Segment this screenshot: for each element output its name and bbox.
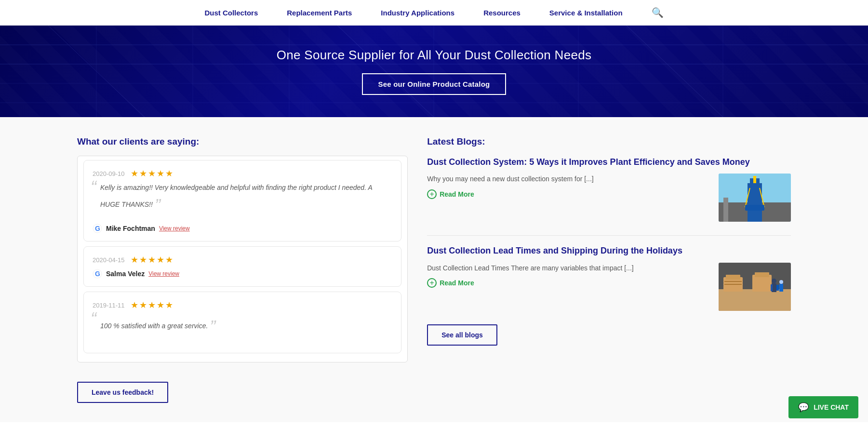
svg-rect-30 — [724, 281, 742, 282]
review-1-date: 2020-09-10 — [93, 170, 125, 177]
svg-rect-29 — [726, 275, 740, 280]
nav-service-installation[interactable]: Service & Installation — [549, 9, 623, 17]
svg-rect-25 — [745, 205, 764, 211]
blog-2-read-more-label: Read More — [440, 279, 474, 287]
blog-1-excerpt: Why you may need a new dust collection s… — [427, 174, 711, 184]
plus-icon-1: + — [427, 189, 437, 199]
main-nav: Dust Collectors Replacement Parts Indust… — [0, 0, 868, 26]
svg-rect-31 — [724, 284, 742, 285]
google-icon-2: G — [93, 269, 102, 279]
live-chat-widget[interactable]: 💬 LIVE CHAT — [788, 396, 858, 418]
blog-item-1: Dust Collection System: 5 Ways it Improv… — [427, 157, 791, 222]
review-card-3: 2019-11-11 ★★★★★ 100 % satisfied with a … — [83, 292, 401, 353]
plus-icon-2: + — [427, 278, 437, 288]
svg-rect-22 — [753, 176, 756, 183]
reviews-container[interactable]: 2020-09-10 ★★★★★ Kelly is amazing!! Very… — [77, 156, 408, 362]
svg-point-37 — [779, 280, 783, 284]
google-icon-1: G — [93, 224, 102, 233]
reviews-section: What our clients are saying: 2020-09-10 … — [77, 136, 408, 403]
review-1-stars: ★★★★★ — [131, 168, 173, 179]
nav-replacement-parts[interactable]: Replacement Parts — [287, 9, 352, 17]
main-content: What our clients are saying: 2020-09-10 … — [0, 117, 868, 422]
chat-bubble-icon: 💬 — [798, 402, 809, 413]
blog-1-image — [719, 174, 791, 222]
review-2-reviewer: Salma Velez — [106, 270, 145, 278]
review-2-date: 2020-04-15 — [93, 256, 125, 264]
svg-rect-38 — [779, 284, 783, 292]
svg-rect-39 — [776, 285, 779, 291]
reviews-heading: What our clients are saying: — [77, 136, 408, 147]
feedback-button[interactable]: Leave us feedback! — [77, 382, 168, 403]
svg-text:G: G — [95, 270, 100, 278]
search-icon[interactable]: 🔍 — [652, 7, 664, 18]
review-3-text: 100 % satisfied with a great service. — [93, 314, 392, 340]
review-1-view-link[interactable]: View review — [159, 225, 190, 232]
svg-rect-36 — [771, 284, 773, 291]
nav-industry-applications[interactable]: Industry Applications — [381, 9, 454, 17]
blog-2-read-more[interactable]: + Read More — [427, 278, 711, 288]
blog-1-read-more[interactable]: + Read More — [427, 189, 711, 199]
blog-2-title[interactable]: Dust Collection Lead Times and Shipping … — [427, 245, 791, 256]
blog-1-title[interactable]: Dust Collection System: 5 Ways it Improv… — [427, 157, 791, 168]
blogs-section: Latest Blogs: Dust Collection System: 5 … — [427, 136, 791, 403]
blog-divider — [427, 235, 791, 236]
nav-resources[interactable]: Resources — [483, 9, 521, 17]
review-1-reviewer: Mike Fochtman — [106, 225, 155, 232]
blog-2-image — [719, 263, 791, 311]
hero-title: One Source Supplier for All Your Dust Co… — [277, 48, 592, 63]
svg-rect-19 — [723, 198, 728, 222]
svg-rect-32 — [752, 275, 772, 292]
review-card-1: 2020-09-10 ★★★★★ Kelly is amazing!! Very… — [83, 160, 401, 241]
svg-text:G: G — [95, 225, 100, 232]
review-1-text: Kelly is amazing!! Very knowledgeable an… — [93, 183, 392, 219]
hero-cta-button[interactable]: See our Online Product Catalog — [362, 73, 507, 95]
live-chat-label: LIVE CHAT — [814, 403, 849, 411]
review-2-stars: ★★★★★ — [131, 254, 173, 265]
nav-dust-collectors[interactable]: Dust Collectors — [204, 9, 258, 17]
see-all-blogs-button[interactable]: See all blogs — [427, 324, 497, 346]
review-3-stars: ★★★★★ — [131, 300, 173, 310]
svg-point-34 — [772, 279, 776, 283]
svg-line-12 — [627, 26, 723, 117]
review-2-view-link[interactable]: View review — [148, 270, 179, 277]
review-3-date: 2019-11-11 — [93, 302, 125, 309]
review-card-2: 2020-04-15 ★★★★★ G Salma Velez View revi… — [83, 246, 401, 287]
blog-item-2: Dust Collection Lead Times and Shipping … — [427, 245, 791, 310]
hero-banner: One Source Supplier for All Your Dust Co… — [0, 26, 868, 117]
blog-2-excerpt: Dust Collection Lead Times There are man… — [427, 263, 711, 273]
svg-rect-33 — [755, 272, 769, 277]
blogs-heading: Latest Blogs: — [427, 136, 791, 147]
svg-rect-27 — [719, 289, 791, 311]
blog-1-read-more-label: Read More — [440, 190, 474, 198]
